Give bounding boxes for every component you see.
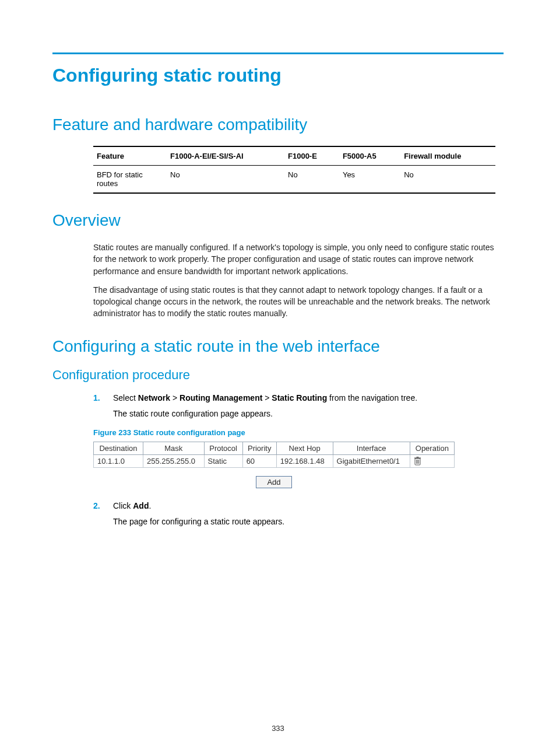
section-heading-overview: Overview — [52, 211, 504, 230]
top-divider — [52, 52, 504, 54]
compat-table: Feature F1000-A-EI/E-SI/S-AI F1000-E F50… — [93, 146, 495, 194]
add-button[interactable]: Add — [256, 476, 291, 488]
step1-prefix: Select — [113, 393, 138, 402]
cell-protocol: Static — [204, 454, 242, 467]
step1-suffix: from the navigation tree. — [327, 393, 417, 402]
cell-operation — [410, 454, 454, 467]
th-firewall: Firewall module — [400, 146, 495, 166]
subsection-heading-procedure: Configuration procedure — [52, 368, 504, 383]
ui-header-row: Destination Mask Protocol Priority Next … — [94, 442, 455, 454]
static-route-table: Destination Mask Protocol Priority Next … — [93, 442, 455, 468]
overview-paragraph-2: The disadvantage of using static routes … — [93, 284, 504, 320]
col-protocol: Protocol — [204, 442, 242, 454]
cell-f1000a: No — [167, 166, 284, 194]
step2-sub: The page for configuring a static route … — [113, 516, 504, 528]
step-2: 2. Click Add. The page for configuring a… — [93, 500, 504, 528]
step2-prefix: Click — [113, 501, 133, 510]
trash-icon[interactable] — [414, 457, 451, 466]
cell-feature: BFD for static routes — [93, 166, 167, 194]
col-operation: Operation — [410, 442, 454, 454]
cell-f1000e: No — [284, 166, 339, 194]
col-mask: Mask — [143, 442, 204, 454]
th-f1000a: F1000-A-EI/E-SI/S-AI — [167, 146, 284, 166]
th-f1000e: F1000-E — [284, 146, 339, 166]
ui-data-row: 10.1.1.0 255.255.255.0 Static 60 192.168… — [94, 454, 455, 467]
cell-mask: 255.255.255.0 — [143, 454, 204, 467]
section-heading-config: Configuring a static route in the web in… — [52, 337, 504, 356]
nav-static-routing: Static Routing — [272, 393, 327, 402]
nav-sep: > — [262, 393, 272, 402]
svg-rect-4 — [414, 457, 421, 459]
cell-interface: GigabitEthernet0/1 — [333, 454, 410, 467]
nav-routing-management: Routing Management — [180, 393, 262, 402]
cell-f5000a5: Yes — [339, 166, 400, 194]
cell-priority: 60 — [242, 454, 276, 467]
nav-network: Network — [138, 393, 170, 402]
step-number: 2. — [93, 501, 113, 510]
col-interface: Interface — [333, 442, 410, 454]
col-priority: Priority — [242, 442, 276, 454]
table-header-row: Feature F1000-A-EI/E-SI/S-AI F1000-E F50… — [93, 146, 495, 166]
step-text: Click Add. — [113, 500, 504, 512]
step2-suffix: . — [149, 501, 151, 510]
cell-nexthop: 192.168.1.48 — [276, 454, 333, 467]
cell-destination: 10.1.1.0 — [94, 454, 143, 467]
section-heading-compat: Feature and hardware compatibility — [52, 116, 504, 134]
step-number: 1. — [93, 393, 113, 402]
step-1: 1. Select Network > Routing Management >… — [93, 392, 504, 488]
svg-rect-5 — [416, 457, 418, 458]
page-title: Configuring static routing — [52, 65, 504, 86]
nav-sep: > — [170, 393, 180, 402]
table-row: BFD for static routes No No Yes No — [93, 166, 495, 194]
cell-firewall: No — [400, 166, 495, 194]
overview-paragraph-1: Static routes are manually configured. I… — [93, 242, 504, 277]
col-nexthop: Next Hop — [276, 442, 333, 454]
step-text: Select Network > Routing Management > St… — [113, 392, 504, 404]
figure-caption: Figure 233 Static route configuration pa… — [93, 428, 504, 437]
th-f5000a5: F5000-A5 — [339, 146, 400, 166]
step1-sub: The static route configuration page appe… — [113, 408, 504, 420]
th-feature: Feature — [93, 146, 167, 166]
col-destination: Destination — [94, 442, 143, 454]
page-number: 333 — [0, 724, 556, 733]
step2-bold: Add — [133, 501, 149, 510]
